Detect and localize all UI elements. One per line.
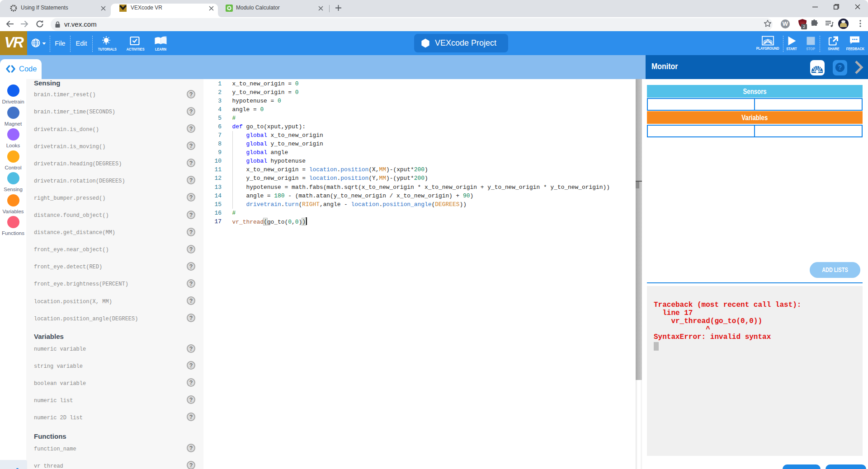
svg-text:?: ? xyxy=(838,64,842,71)
